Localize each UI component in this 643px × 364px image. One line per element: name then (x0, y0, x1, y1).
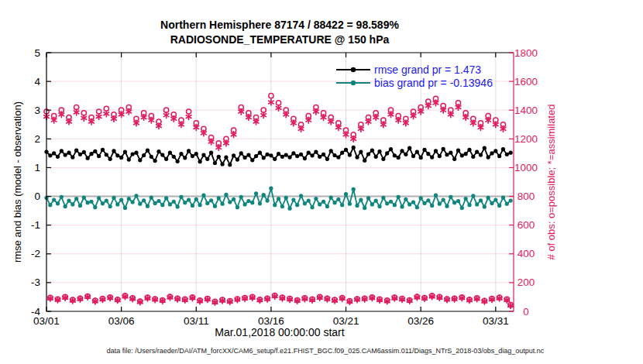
right-y-axis-label: # of obs: o=possible; *=assimilated (545, 105, 557, 260)
legend-label-bias: bias grand pr = -0.13946 (374, 77, 493, 89)
x-tick-labels: 03/0103/0603/1103/1603/2103/2603/31 (33, 315, 509, 327)
left-y-axis-label: rmse and bias (model - observation) (12, 101, 23, 263)
x-tick-label: 03/11 (184, 315, 209, 327)
right-tick-label: 800 (517, 191, 535, 202)
x-tick-label: 03/16 (258, 315, 284, 327)
right-tick-label: 1800 (514, 47, 538, 59)
left-tick-label: 1 (34, 162, 40, 173)
left-tick-label: 0 (34, 191, 40, 202)
right-tick-label: 1000 (514, 162, 538, 173)
x-tick-label: 03/31 (483, 315, 509, 327)
x-tick-label: 03/21 (333, 315, 359, 327)
left-tick-label: -3 (31, 276, 40, 288)
series-rmse (44, 146, 512, 167)
legend: rmse grand pr = 1.473 bias grand pr = -0… (335, 64, 493, 89)
right-tick-label: 600 (517, 219, 535, 231)
left-tick-label: 4 (34, 76, 40, 88)
left-tick-label: 2 (34, 133, 40, 145)
right-tick-label: 200 (517, 276, 535, 288)
left-tick-label: -4 (31, 306, 40, 318)
right-tick-label: 0 (523, 306, 529, 318)
left-tick-label: 5 (34, 47, 40, 59)
x-tick-label: 03/26 (407, 315, 434, 327)
left-tick-labels: -4-3-2-1012345 (31, 47, 41, 318)
x-axis-label: Mar.01,2018 00:00:00 start (215, 326, 344, 338)
right-tick-label: 1200 (514, 133, 538, 145)
axes-frame (46, 53, 514, 311)
left-tick-label: -1 (31, 219, 40, 231)
legend-row-rmse: rmse grand pr = 1.473 (335, 64, 493, 76)
grid-lines (46, 53, 514, 311)
x-tick-label: 03/06 (108, 315, 135, 327)
right-tick-label: 400 (517, 248, 535, 259)
data-file-path: data file: /Users/raeder/DAI/ATM_forcXX/… (107, 347, 545, 355)
right-tick-label: 1600 (514, 76, 538, 88)
series-bias (44, 187, 512, 211)
rmse-line-sample-icon (335, 66, 371, 74)
left-tick-label: 3 (34, 105, 40, 116)
bias-line-sample-icon (335, 79, 371, 87)
left-tick-label: -2 (31, 248, 40, 259)
legend-row-bias: bias grand pr = -0.13946 (335, 77, 493, 89)
right-tick-label: 1400 (514, 105, 538, 116)
series-n-assimilated (44, 99, 514, 308)
legend-label-rmse: rmse grand pr = 1.473 (374, 64, 481, 76)
axis-ticks (46, 53, 514, 311)
right-tick-labels: 020040060080010001200140016001800 (514, 47, 538, 318)
figure-window: Northern Hemisphere 87174 / 88422 = 98.5… (0, 0, 643, 364)
